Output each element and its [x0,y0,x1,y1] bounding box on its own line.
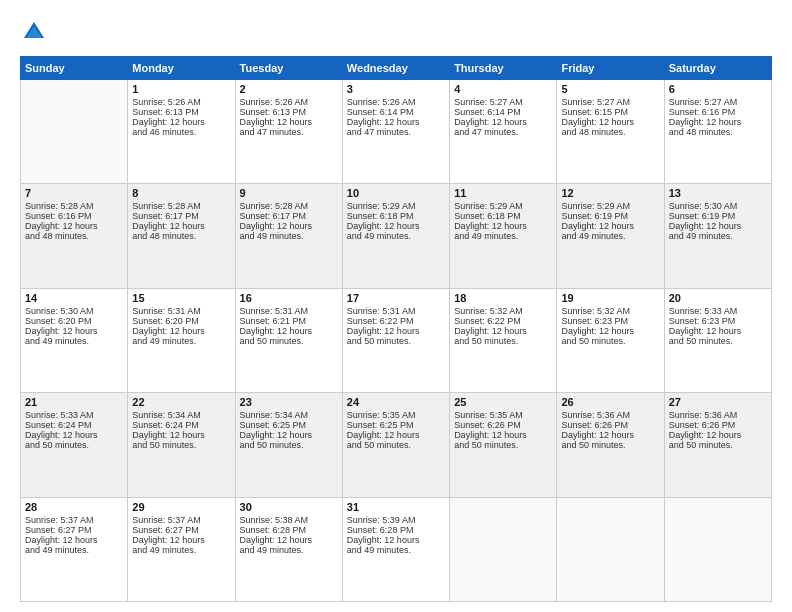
day-number: 21 [25,396,123,408]
calendar-cell: 10Sunrise: 5:29 AMSunset: 6:18 PMDayligh… [342,184,449,288]
day-info-line: Daylight: 12 hours [132,326,230,336]
day-info-line: Sunset: 6:21 PM [240,316,338,326]
day-info-line: Sunrise: 5:27 AM [561,97,659,107]
day-info-line: Sunset: 6:19 PM [561,211,659,221]
day-info-line: Sunrise: 5:37 AM [132,515,230,525]
day-info-line: and 47 minutes. [454,127,552,137]
day-info-line: Sunset: 6:14 PM [454,107,552,117]
page: SundayMondayTuesdayWednesdayThursdayFrid… [0,0,792,612]
day-info-line: Daylight: 12 hours [561,117,659,127]
day-info-line: and 50 minutes. [669,336,767,346]
day-info-line: and 50 minutes. [25,440,123,450]
day-info-line: Sunrise: 5:34 AM [240,410,338,420]
day-info-line: and 49 minutes. [25,545,123,555]
calendar-cell: 9Sunrise: 5:28 AMSunset: 6:17 PMDaylight… [235,184,342,288]
calendar-cell: 2Sunrise: 5:26 AMSunset: 6:13 PMDaylight… [235,80,342,184]
day-info-line: Daylight: 12 hours [240,326,338,336]
calendar-cell: 18Sunrise: 5:32 AMSunset: 6:22 PMDayligh… [450,288,557,392]
day-info-line: Sunset: 6:20 PM [25,316,123,326]
day-number: 25 [454,396,552,408]
day-info-line: and 50 minutes. [240,336,338,346]
day-info-line: Daylight: 12 hours [240,221,338,231]
day-info-line: Sunset: 6:14 PM [347,107,445,117]
day-info-line: Sunset: 6:15 PM [561,107,659,117]
day-info-line: Daylight: 12 hours [347,535,445,545]
day-info-line: Sunrise: 5:35 AM [454,410,552,420]
day-number: 18 [454,292,552,304]
day-info-line: Sunset: 6:18 PM [454,211,552,221]
day-info-line: Daylight: 12 hours [347,430,445,440]
day-info-line: and 50 minutes. [561,440,659,450]
calendar-cell: 21Sunrise: 5:33 AMSunset: 6:24 PMDayligh… [21,393,128,497]
calendar-cell [557,497,664,601]
day-number: 26 [561,396,659,408]
calendar-cell: 5Sunrise: 5:27 AMSunset: 6:15 PMDaylight… [557,80,664,184]
day-info-line: Sunset: 6:26 PM [669,420,767,430]
day-info-line: Daylight: 12 hours [454,430,552,440]
day-number: 28 [25,501,123,513]
day-info-line: Daylight: 12 hours [25,326,123,336]
day-info-line: Sunrise: 5:33 AM [669,306,767,316]
day-info-line: and 50 minutes. [561,336,659,346]
day-info-line: Sunrise: 5:32 AM [454,306,552,316]
day-info-line: Sunrise: 5:33 AM [25,410,123,420]
calendar-cell: 6Sunrise: 5:27 AMSunset: 6:16 PMDaylight… [664,80,771,184]
day-info-line: Sunset: 6:22 PM [347,316,445,326]
day-info-line: Daylight: 12 hours [561,326,659,336]
day-number: 2 [240,83,338,95]
day-info-line: Daylight: 12 hours [669,326,767,336]
day-info-line: Sunrise: 5:31 AM [240,306,338,316]
calendar-cell [664,497,771,601]
weekday-tuesday: Tuesday [235,57,342,80]
day-info-line: Sunrise: 5:29 AM [561,201,659,211]
day-info-line: Sunset: 6:23 PM [669,316,767,326]
day-number: 3 [347,83,445,95]
calendar-cell [450,497,557,601]
day-info-line: Sunrise: 5:26 AM [347,97,445,107]
day-number: 1 [132,83,230,95]
day-info-line: and 48 minutes. [561,127,659,137]
day-info-line: and 50 minutes. [240,440,338,450]
day-info-line: and 48 minutes. [669,127,767,137]
calendar-week-row: 28Sunrise: 5:37 AMSunset: 6:27 PMDayligh… [21,497,772,601]
day-info-line: Sunrise: 5:37 AM [25,515,123,525]
day-number: 17 [347,292,445,304]
calendar-cell: 25Sunrise: 5:35 AMSunset: 6:26 PMDayligh… [450,393,557,497]
day-info-line: and 49 minutes. [347,231,445,241]
day-number: 20 [669,292,767,304]
day-info-line: and 50 minutes. [132,440,230,450]
day-number: 10 [347,187,445,199]
calendar-week-row: 7Sunrise: 5:28 AMSunset: 6:16 PMDaylight… [21,184,772,288]
day-info-line: Sunrise: 5:38 AM [240,515,338,525]
day-info-line: Daylight: 12 hours [347,117,445,127]
weekday-monday: Monday [128,57,235,80]
calendar-cell: 23Sunrise: 5:34 AMSunset: 6:25 PMDayligh… [235,393,342,497]
day-info-line: Sunrise: 5:32 AM [561,306,659,316]
day-info-line: Sunset: 6:23 PM [561,316,659,326]
calendar-cell: 11Sunrise: 5:29 AMSunset: 6:18 PMDayligh… [450,184,557,288]
day-number: 9 [240,187,338,199]
day-number: 14 [25,292,123,304]
day-info-line: and 47 minutes. [347,127,445,137]
day-info-line: Daylight: 12 hours [132,221,230,231]
day-info-line: Sunset: 6:13 PM [132,107,230,117]
day-info-line: Sunset: 6:20 PM [132,316,230,326]
day-info-line: and 47 minutes. [240,127,338,137]
day-number: 8 [132,187,230,199]
day-info-line: Daylight: 12 hours [132,430,230,440]
day-info-line: Sunset: 6:25 PM [347,420,445,430]
calendar-cell: 8Sunrise: 5:28 AMSunset: 6:17 PMDaylight… [128,184,235,288]
weekday-saturday: Saturday [664,57,771,80]
calendar-cell: 20Sunrise: 5:33 AMSunset: 6:23 PMDayligh… [664,288,771,392]
day-info-line: Sunset: 6:18 PM [347,211,445,221]
day-info-line: Daylight: 12 hours [669,117,767,127]
day-info-line: Daylight: 12 hours [132,535,230,545]
calendar-cell: 12Sunrise: 5:29 AMSunset: 6:19 PMDayligh… [557,184,664,288]
day-info-line: and 49 minutes. [240,545,338,555]
day-info-line: Daylight: 12 hours [454,117,552,127]
calendar-cell: 13Sunrise: 5:30 AMSunset: 6:19 PMDayligh… [664,184,771,288]
day-info-line: Sunset: 6:24 PM [25,420,123,430]
day-info-line: Sunrise: 5:36 AM [669,410,767,420]
day-info-line: Daylight: 12 hours [561,221,659,231]
day-info-line: and 49 minutes. [347,545,445,555]
